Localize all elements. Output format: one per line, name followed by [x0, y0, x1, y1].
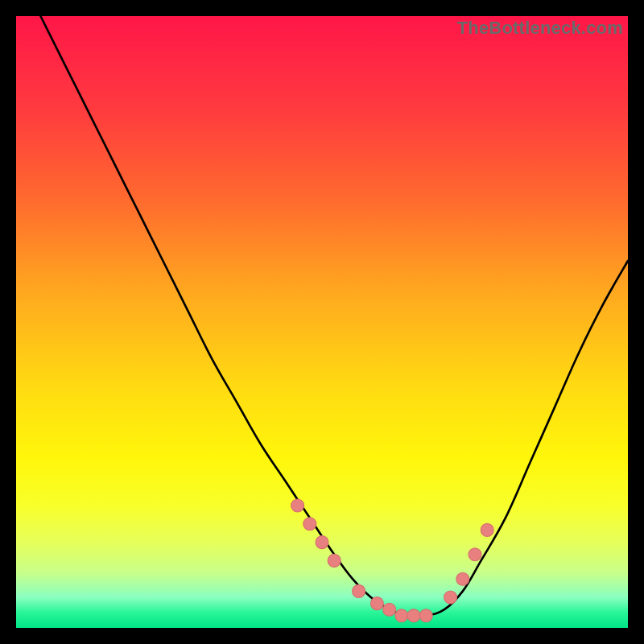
marker-point [481, 523, 493, 536]
marker-point [456, 572, 469, 585]
marker-point [395, 609, 408, 622]
marker-point [316, 536, 328, 549]
marker-point [444, 591, 457, 604]
marker-point [353, 584, 365, 597]
chart-frame: TheBottleneck.com [0, 0, 644, 644]
marker-point [469, 548, 481, 561]
marker-point [407, 609, 420, 622]
highlight-markers [291, 499, 494, 622]
marker-point [328, 554, 341, 567]
plot-area: TheBottleneck.com [16, 16, 628, 628]
marker-point [303, 518, 316, 530]
marker-point [291, 499, 304, 512]
marker-point [419, 609, 432, 622]
curve-layer [16, 16, 628, 628]
marker-point [370, 597, 383, 610]
marker-point [383, 603, 396, 616]
bottleneck-curve [16, 16, 628, 617]
